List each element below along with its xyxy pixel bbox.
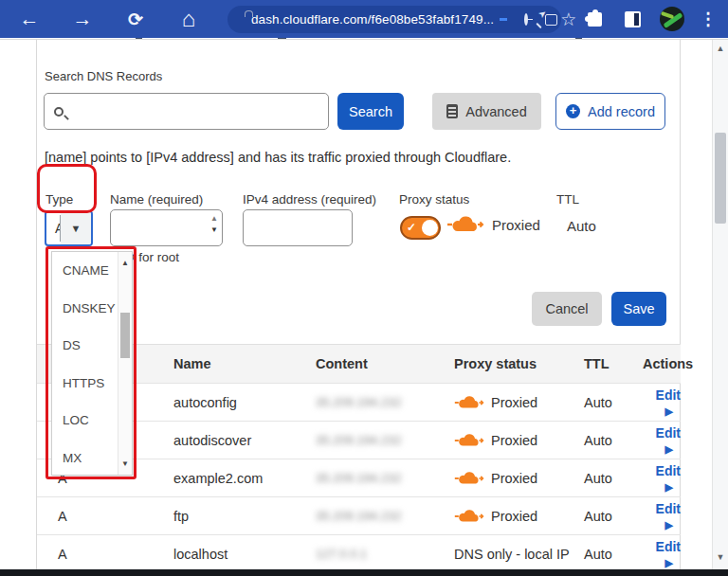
ipv4-field[interactable] (243, 209, 353, 246)
window-bottom-edge (0, 569, 728, 576)
header-ttl: TTL (584, 356, 643, 371)
back-icon[interactable]: ← (13, 8, 46, 30)
zoom-out-icon[interactable] (524, 13, 528, 26)
advanced-label: Advanced (465, 104, 527, 119)
save-button[interactable]: Save (611, 292, 666, 326)
proxied-cloud-icon (454, 470, 484, 487)
advanced-button[interactable]: Advanced (432, 93, 541, 130)
url-text[interactable]: dash.cloudflare.com/f6e08be53fabf1749... (251, 12, 494, 27)
scrollbar-thumb[interactable] (120, 313, 130, 358)
proxied-cloud-icon (454, 394, 484, 411)
chevron-down-icon: ▼ (61, 212, 91, 244)
dropdown-scrollbar[interactable]: ▲ ▼ (118, 252, 132, 475)
header-name: Name (173, 356, 316, 371)
address-bar[interactable]: dash.cloudflare.com/f6e08be53fabf1749...… (228, 6, 561, 33)
cell-name: autoconfig (173, 395, 316, 410)
side-panel-icon[interactable] (625, 11, 641, 27)
cell-ttl: Auto (584, 395, 643, 410)
cell-type: A (58, 509, 173, 524)
profile-avatar[interactable] (660, 7, 684, 31)
type-dropdown-list: CNAME DNSKEY DS HTTPS LOC MX ▲ ▼ (51, 251, 133, 476)
proxy-toggle[interactable]: ✓ (400, 216, 441, 240)
cell-ttl: Auto (584, 547, 643, 562)
table-row: A autodiscover 35.209.194.232 Proxied Au… (37, 422, 681, 459)
type-label: Type (46, 192, 73, 207)
search-button[interactable]: Search (337, 93, 404, 130)
ipv4-label: IPv4 address (required) (243, 192, 376, 207)
dns-records-table: Name Content Proxy status TTL Actions A … (37, 344, 681, 573)
toggle-knob (422, 220, 438, 236)
type-select[interactable]: A ▼ (45, 210, 93, 246)
browser-toolbar: ← → ⟳ ⌂ dash.cloudflare.com/f6e08be53fab… (0, 0, 728, 38)
cell-content-blurred: 35.209.194.232 (316, 509, 454, 523)
cell-content-blurred: 35.209.194.232 (316, 471, 454, 485)
cell-ttl: Auto (584, 433, 643, 448)
bookmark-star-icon[interactable]: ☆ (560, 9, 576, 30)
browser-menu-icon[interactable]: ⋮ (700, 9, 717, 29)
header-content: Content (316, 356, 454, 371)
edit-link[interactable]: Edit ▶ (656, 463, 681, 494)
cell-content-blurred: 127.0.0.1 (316, 547, 454, 561)
cell-name: ftp (173, 509, 316, 524)
table-row: A localhost 127.0.0.1 DNS only - local I… (37, 535, 681, 573)
scrollbar-thumb[interactable] (715, 133, 726, 224)
scroll-up-icon[interactable]: ▲ (118, 259, 132, 267)
search-dns-label: Search DNS Records (45, 69, 162, 83)
scroll-up-icon[interactable]: ▲ (713, 44, 728, 53)
table-row: A example2.com 35.209.194.232 Proxied Au… (37, 459, 681, 497)
cell-ttl: Auto (584, 509, 643, 524)
add-record-label: Add record (588, 104, 655, 119)
cell-name: autodiscover (173, 433, 316, 448)
search-icon (54, 107, 64, 117)
cell-name: localhost (173, 547, 316, 562)
proxy-status-label: Proxy status (399, 192, 469, 207)
add-record-button[interactable]: + Add record (555, 93, 665, 130)
edit-link[interactable]: Edit ▶ (656, 425, 681, 456)
name-field[interactable]: ▲▼ (110, 209, 223, 246)
header-actions: Actions (643, 356, 701, 371)
cell-proxy: DNS only - local IP (454, 547, 584, 562)
check-icon: ✓ (407, 221, 416, 234)
advanced-filter-icon (446, 104, 458, 118)
ttl-value: Auto (567, 218, 596, 234)
plus-circle-icon: + (566, 104, 580, 118)
scroll-down-icon[interactable]: ▼ (713, 552, 728, 562)
browser-scrollbar[interactable]: ▲ ▼ (712, 40, 728, 569)
cell-proxy: Proxied (454, 470, 584, 487)
ttl-label: TTL (556, 192, 579, 207)
table-row: A ftp 35.209.194.232 Proxied Auto Edit ▶ (37, 497, 681, 535)
type-select-value: A (46, 212, 60, 244)
edit-link[interactable]: Edit ▶ (656, 387, 681, 418)
home-icon[interactable]: ⌂ (173, 9, 205, 28)
scroll-down-icon[interactable]: ▼ (118, 459, 132, 468)
header-proxy-status: Proxy status (454, 356, 584, 371)
cell-type: A (58, 547, 173, 562)
record-description: [name] points to [IPv4 address] and has … (45, 150, 511, 165)
proxied-cloud-icon (446, 214, 484, 235)
proxied-cloud-icon (454, 432, 484, 449)
forward-icon[interactable]: → (66, 8, 99, 30)
cell-ttl: Auto (584, 471, 643, 486)
cell-proxy: Proxied (454, 394, 584, 411)
cell-content-blurred: 35.209.194.232 (316, 395, 454, 409)
table-row: A autoconfig 35.209.194.232 Proxied Auto… (37, 384, 681, 422)
edit-link[interactable]: Edit ▶ (656, 539, 681, 569)
stepper-icons[interactable]: ▲▼ (210, 215, 218, 233)
edit-link[interactable]: Edit ▶ (656, 501, 681, 531)
table-header-row: Name Content Proxy status TTL Actions (37, 344, 681, 384)
proxied-cloud-icon (454, 508, 484, 525)
name-label: Name (required) (110, 192, 203, 207)
cancel-button[interactable]: Cancel (532, 292, 602, 326)
reload-icon[interactable]: ⟳ (119, 9, 152, 30)
cell-proxy: Proxied (454, 508, 584, 525)
cell-name: example2.com (173, 471, 316, 486)
cell-content-blurred: 35.209.194.232 (316, 433, 454, 447)
cell-proxy: Proxied (454, 432, 584, 449)
proxy-status-value: Proxied (492, 217, 540, 233)
dns-records-panel: Search DNS Records Search Advanced + Add… (36, 40, 681, 570)
extensions-puzzle-icon[interactable] (588, 12, 602, 27)
search-input[interactable] (44, 93, 329, 130)
